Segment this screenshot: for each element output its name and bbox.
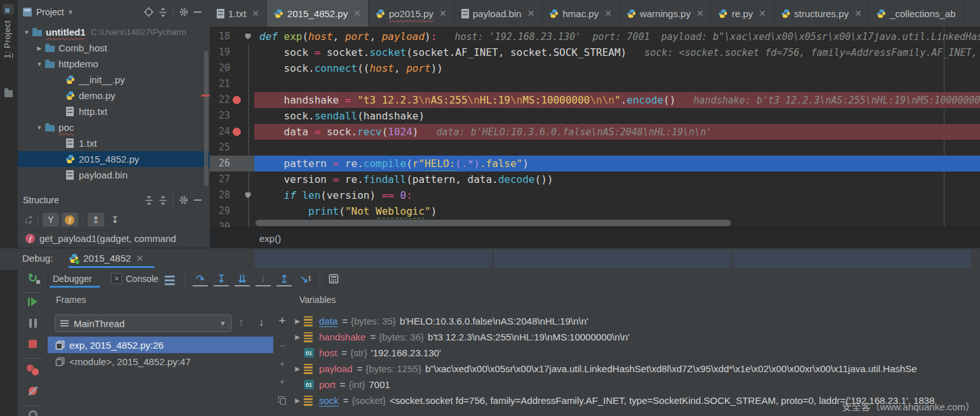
code-line[interactable]: 23 sock.sendall(handshake) bbox=[210, 108, 980, 124]
project-tree-item[interactable]: ▶Comb_host bbox=[18, 40, 210, 56]
structure-item[interactable]: f get_payload1(gadget, command bbox=[18, 231, 210, 246]
move-down-icon[interactable]: ▼ bbox=[273, 379, 291, 386]
editor-tab-payload-bin[interactable]: payload.bin✕ bbox=[454, 0, 542, 27]
smart-step-into-icon[interactable]: ↓ bbox=[255, 272, 271, 286]
line-number[interactable]: 18 bbox=[210, 29, 230, 44]
expand-all-icon[interactable] bbox=[142, 193, 156, 207]
breakpoint-gutter[interactable] bbox=[230, 44, 243, 60]
code-line-content[interactable] bbox=[254, 76, 980, 92]
code-line-content[interactable]: if len(version) == 0: bbox=[254, 187, 980, 203]
code-line-content[interactable]: handshake = "t3 12.2.3\nAS:255\nHL:19\nM… bbox=[254, 92, 980, 108]
window-menu-icon[interactable] bbox=[3, 4, 14, 15]
tab-console[interactable]: > Console bbox=[111, 269, 158, 288]
project-tree-item[interactable]: payload.bin bbox=[18, 167, 210, 183]
close-icon[interactable]: ✕ bbox=[136, 253, 144, 264]
line-number[interactable]: 30 bbox=[210, 219, 230, 227]
chevron-down-icon[interactable]: ▼ bbox=[22, 29, 32, 36]
breakpoint-icon[interactable] bbox=[230, 92, 243, 108]
step-into-icon[interactable]: ↧ bbox=[214, 272, 229, 286]
breakpoint-gutter[interactable] bbox=[230, 60, 243, 76]
editor-gutter[interactable]: 26 bbox=[210, 156, 254, 171]
project-tree-item[interactable]: ▼httpdemo bbox=[18, 56, 210, 72]
code-line[interactable]: 24 data = sock.recv(1024)data: b'HELO:10… bbox=[210, 124, 980, 140]
stack-frame-row[interactable]: exp, 2015_4852.py:26 bbox=[48, 337, 273, 353]
structure-panel-title[interactable]: Structure bbox=[23, 195, 59, 205]
code-line[interactable]: 19 sock = socket.socket(socket.AF_INET, … bbox=[210, 44, 980, 60]
hide-panel-icon[interactable] bbox=[191, 5, 205, 19]
editor-gutter[interactable]: 30 bbox=[210, 219, 254, 227]
mute-breakpoints-icon[interactable] bbox=[18, 386, 48, 396]
collapse-all-icon[interactable] bbox=[156, 5, 170, 19]
tab-debugger[interactable]: Debugger bbox=[53, 269, 92, 288]
view-breakpoints-icon[interactable] bbox=[18, 365, 48, 375]
code-line[interactable]: 21 bbox=[210, 76, 980, 92]
collapse-all-icon[interactable] bbox=[156, 193, 170, 207]
code-line[interactable]: 22 handshake = "t3 12.2.3\nAS:255\nHL:19… bbox=[210, 92, 980, 108]
line-number[interactable]: 27 bbox=[210, 171, 230, 187]
code-line[interactable]: 20 sock.connect((host, port)) bbox=[210, 60, 980, 76]
line-number[interactable]: 28 bbox=[210, 187, 230, 203]
line-number[interactable]: 22 bbox=[210, 92, 230, 108]
code-line-content[interactable]: print("Not Weblogic") bbox=[254, 203, 980, 219]
project-tree-item[interactable]: ▼untitled1C:\Users\14027\Pycharm bbox=[18, 24, 210, 40]
editor-gutter[interactable]: 23 bbox=[210, 108, 254, 124]
fold-arrow-icon[interactable] bbox=[243, 29, 253, 44]
code-line[interactable]: 27 version = re.findall(pattern, data.de… bbox=[210, 171, 980, 187]
locate-icon[interactable] bbox=[142, 5, 156, 19]
variable-name[interactable]: host bbox=[319, 347, 337, 358]
code-line[interactable]: 28 if len(version) == 0: bbox=[210, 187, 980, 203]
editor-gutter[interactable]: 27 bbox=[210, 171, 254, 187]
remove-watch-icon[interactable]: − bbox=[273, 339, 291, 353]
move-up-icon[interactable]: ▲ bbox=[273, 359, 291, 366]
code-line-content[interactable]: data = sock.recv(1024)data: b'HELO:10.3.… bbox=[254, 124, 980, 140]
code-line-content[interactable] bbox=[254, 140, 980, 156]
variable-row[interactable]: ▶payload={bytes: 1255}b"\xac\xed\x00\x05… bbox=[291, 361, 980, 377]
line-number[interactable]: 23 bbox=[210, 108, 230, 124]
variable-name[interactable]: payload bbox=[319, 363, 353, 374]
editor-tab-hmac-py[interactable]: hmac.py✕ bbox=[542, 0, 619, 27]
code-line-content[interactable]: version = re.findall(pattern, data.decod… bbox=[254, 171, 980, 187]
project-tree-item[interactable]: __init__.py bbox=[18, 72, 210, 88]
chevron-down-icon[interactable]: ▼ bbox=[34, 61, 44, 67]
editor-gutter[interactable]: 19 bbox=[210, 44, 254, 60]
step-out-icon[interactable]: ↥ bbox=[276, 272, 292, 286]
breakpoint-gutter[interactable] bbox=[230, 171, 243, 187]
rerun-debug-icon[interactable]: ↻ bbox=[18, 272, 48, 284]
code-editor[interactable]: 18def exp(host, port, payload):host: '19… bbox=[210, 27, 980, 227]
close-icon[interactable]: ✕ bbox=[527, 8, 534, 18]
editor-tab--collections-ab[interactable]: _collections_ab bbox=[869, 0, 963, 27]
editor-gutter[interactable]: 22 bbox=[210, 92, 254, 108]
fold-arrow-icon[interactable] bbox=[243, 187, 253, 203]
expand-arrow-icon[interactable]: ▶ bbox=[291, 318, 304, 325]
expand-arrow-icon[interactable]: ▶ bbox=[291, 397, 304, 404]
editor-tab-po2015-py[interactable]: po2015.py✕ bbox=[369, 0, 454, 27]
chevron-down-icon[interactable]: ▼ bbox=[67, 8, 74, 16]
editor-gutter[interactable]: 29 bbox=[210, 203, 254, 219]
editor-gutter[interactable]: 18 bbox=[210, 29, 254, 44]
run-to-cursor-icon[interactable]: ↘I bbox=[297, 271, 313, 286]
editor-tab-2015-4852-py[interactable]: 2015_4852.py✕ bbox=[267, 0, 369, 27]
line-number[interactable]: 26 bbox=[210, 156, 230, 171]
project-panel-title[interactable]: Project bbox=[36, 7, 64, 17]
variable-name[interactable]: sock bbox=[319, 395, 339, 406]
code-line-content[interactable]: sock.connect((host, port)) bbox=[254, 60, 980, 76]
line-number[interactable]: 20 bbox=[210, 60, 230, 76]
editor-gutter[interactable]: 21 bbox=[210, 76, 254, 92]
close-icon[interactable]: ✕ bbox=[697, 8, 704, 18]
code-line[interactable]: 25 bbox=[210, 140, 980, 156]
variable-row[interactable]: ▶handshake={bytes: 36}b't3 12.2.3\nAS:25… bbox=[291, 329, 980, 345]
chevron-right-icon[interactable]: ▶ bbox=[34, 45, 44, 51]
breakpoint-gutter[interactable] bbox=[230, 29, 243, 44]
code-line-content[interactable]: sock = socket.socket(socket.AF_INET, soc… bbox=[254, 44, 980, 60]
resume-program-icon[interactable] bbox=[18, 297, 48, 306]
code-line[interactable]: 18def exp(host, port, payload):host: '19… bbox=[210, 29, 980, 44]
close-icon[interactable]: ✕ bbox=[439, 8, 447, 18]
project-tree-item[interactable]: ▼poc bbox=[18, 119, 210, 135]
editor-horizontal-scrollbar[interactable] bbox=[255, 220, 731, 226]
breakpoint-gutter[interactable] bbox=[230, 219, 243, 227]
show-inherited-toggle[interactable]: Y bbox=[43, 213, 59, 227]
chevron-down-icon[interactable]: ▼ bbox=[34, 124, 44, 131]
variable-row[interactable]: 01host={str}'192.168.23.130' bbox=[291, 345, 980, 361]
debug-session-tab[interactable]: 2015_4852 ✕ bbox=[69, 248, 144, 268]
variable-row[interactable]: 01port={int}7001 bbox=[291, 377, 980, 393]
